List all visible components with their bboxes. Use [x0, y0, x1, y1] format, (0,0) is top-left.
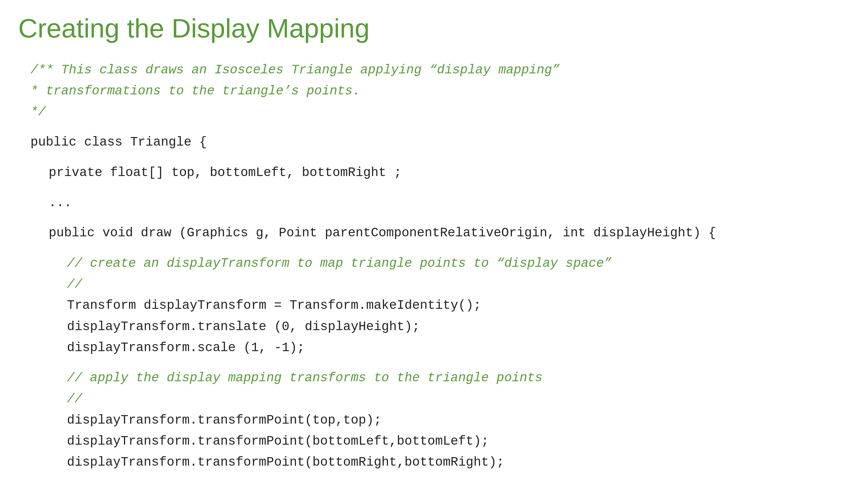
transform-line-1: Transform displayTransform = Transform.m… — [30, 295, 850, 316]
comment-line-1: /** This class draws an Isosceles Triang… — [30, 60, 850, 81]
transform-point-3: displayTransform.transformPoint(bottomRi… — [30, 452, 850, 473]
comment-apply-2: // — [30, 389, 850, 410]
transform-line-2: displayTransform.translate (0, displayHe… — [30, 316, 850, 337]
ellipsis: ... — [30, 192, 850, 213]
comment-line-2: * transformations to the triangle’s poin… — [30, 81, 850, 102]
transform-point-2: displayTransform.transformPoint(bottomLe… — [30, 431, 850, 452]
method-signature: public void draw (Graphics g, Point pare… — [30, 222, 850, 244]
transform-line-3: displayTransform.scale (1, -1); — [30, 337, 850, 358]
comment-create-2: // — [30, 274, 850, 295]
field-declaration: private float[] top, bottomLeft, bottomR… — [30, 162, 850, 183]
comment-apply-1: // apply the display mapping transforms … — [30, 368, 850, 389]
comment-create-1: // create an displayTransform to map tri… — [30, 253, 850, 274]
page-title: Creating the Display Mapping — [18, 12, 850, 44]
code-block: /** This class draws an Isosceles Triang… — [18, 60, 850, 483]
transform-point-1: displayTransform.transformPoint(top,top)… — [30, 410, 850, 431]
comment-line-3: */ — [30, 102, 850, 123]
class-declaration: public class Triangle { — [30, 132, 850, 153]
